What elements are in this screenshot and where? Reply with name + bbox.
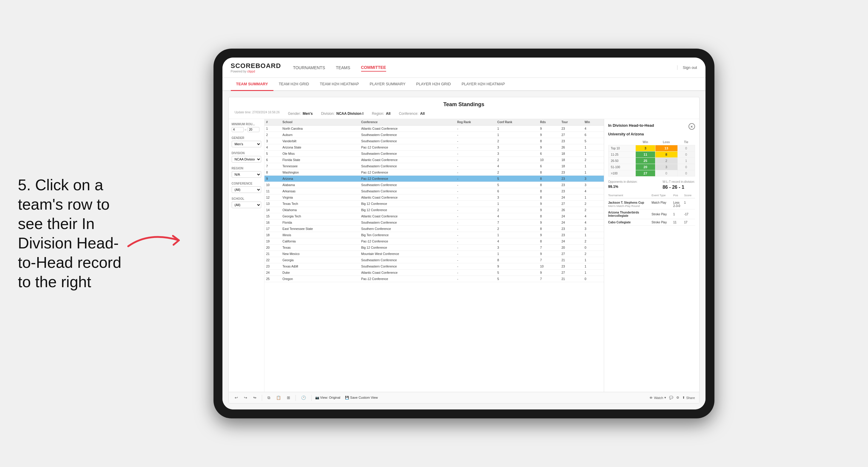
cell-school: Arizona State	[281, 144, 359, 151]
cell-conf-rank: 1	[496, 251, 538, 257]
table-row[interactable]: 7 Tennessee Southeastern Conference - 4 …	[265, 163, 604, 169]
division-group: Division NCAA Division I	[232, 152, 261, 162]
nav-teams[interactable]: TEAMS	[336, 64, 350, 71]
cell-conf-rank: 3	[496, 194, 538, 201]
cell-tour: 24	[560, 213, 583, 219]
clock-button[interactable]: 🕐	[299, 395, 308, 401]
cell-win: 3	[583, 182, 603, 188]
conference-group: Conference (All)	[232, 182, 261, 193]
sign-out-link[interactable]: Sign out	[677, 65, 697, 70]
table-row[interactable]: 2 Auburn Southeastern Conference - 1 9 2…	[265, 132, 604, 138]
logo-powered: Powered by clippd	[231, 70, 281, 73]
cell-reg-rank: -	[455, 207, 496, 213]
cell-num: 2	[265, 132, 281, 138]
cell-win: 2	[583, 207, 603, 213]
h2h-win-col: Win	[636, 139, 655, 145]
cell-rds: 9	[538, 270, 560, 276]
table-row[interactable]: 20 Texas Big 12 Conference - 3 7 20 0	[265, 245, 604, 251]
table-row[interactable]: 13 Texas Tech Big 12 Conference - 1 9 27…	[265, 201, 604, 207]
cell-school: Arizona	[281, 176, 359, 182]
cell-num: 25	[265, 276, 281, 282]
cell-reg-rank: -	[455, 263, 496, 270]
settings-button[interactable]: ⚙	[676, 396, 679, 400]
sub-nav-team-h2h-grid[interactable]: TEAM H2H GRID	[273, 78, 315, 91]
table-row[interactable]: 21 New Mexico Mountain West Conference -…	[265, 251, 604, 257]
share-button[interactable]: ⬆ Share	[682, 396, 695, 400]
cell-conf-rank: 6	[496, 188, 538, 194]
h2h-loss-top10: 13	[655, 145, 678, 152]
h2h-loss-51-100: 3	[655, 164, 678, 170]
table-row[interactable]: 5 Ole Miss Southeastern Conference - 3 6…	[265, 151, 604, 157]
undo-button[interactable]: ↩	[233, 395, 240, 401]
col-num: #	[265, 119, 281, 126]
cell-win: 1	[583, 257, 603, 263]
watch-button[interactable]: 👁 Watch ▾	[649, 396, 666, 400]
table-row[interactable]: 12 Virginia Atlantic Coast Conference - …	[265, 194, 604, 201]
school-select[interactable]: (All)	[232, 201, 261, 208]
table-row[interactable]: 10 Alabama Southeastern Conference - 5 8…	[265, 182, 604, 188]
cell-conference: Atlantic Coast Conference	[359, 194, 455, 201]
table-header-row: # School Conference Reg Rank Conf Rank R…	[265, 119, 604, 126]
col-rds: Rds	[538, 119, 560, 126]
tourn-col-event-type: Event Type	[652, 193, 673, 197]
table-area: # School Conference Reg Rank Conf Rank R…	[265, 119, 604, 392]
cell-school: East Tennessee State	[281, 226, 359, 232]
table-row[interactable]: 9 Arizona Pac-12 Conference - 5 8 23 3	[265, 176, 604, 182]
cell-conference: Atlantic Coast Conference	[359, 270, 455, 276]
redo-button[interactable]: ↪	[242, 395, 249, 401]
nav-committee[interactable]: COMMITTEE	[361, 64, 386, 71]
h2h-range-col	[608, 139, 636, 145]
division-select[interactable]: NCAA Division I	[232, 156, 261, 162]
h2h-close-button[interactable]: ×	[688, 123, 695, 130]
cell-conf-rank: 4	[496, 163, 538, 169]
table-row[interactable]: 1 North Carolina Atlantic Coast Conferen…	[265, 126, 604, 132]
h2h-loss-26-50: 2	[655, 158, 678, 164]
cell-win: 2	[583, 251, 603, 257]
cell-reg-rank: -	[455, 251, 496, 257]
opponents-pct: 99.1%	[608, 185, 638, 189]
table-row[interactable]: 4 Arizona State Pac-12 Conference - 3 9 …	[265, 144, 604, 151]
table-row[interactable]: 11 Arkansas Southeastern Conference - 6 …	[265, 188, 604, 194]
cell-school: Florida	[281, 219, 359, 226]
cell-tour: 27	[560, 270, 583, 276]
min-rounds-input[interactable]	[232, 127, 244, 132]
table-row[interactable]: 25 Oregon Pac-12 Conference - 5 7 21 0	[265, 276, 604, 282]
min-rounds-group: Minimum Rou... –	[232, 123, 261, 132]
standings-table: # School Conference Reg Rank Conf Rank R…	[265, 119, 604, 282]
table-row[interactable]: 8 Washington Pac-12 Conference - 2 8 23 …	[265, 169, 604, 176]
table-row[interactable]: 17 East Tennessee State Southern Confere…	[265, 226, 604, 232]
opponents-row: Opponents in division: 99.1% W-L-T recor…	[608, 180, 695, 190]
sub-nav-player-h2h-grid[interactable]: PLAYER H2H GRID	[411, 78, 456, 91]
region-select[interactable]: N/A	[232, 171, 261, 178]
gender-select[interactable]: Men's	[232, 141, 261, 147]
grid-button[interactable]: ⊞	[285, 395, 292, 401]
nav-tournaments[interactable]: TOURNAMENTS	[293, 64, 325, 71]
table-row[interactable]: 24 Duke Atlantic Coast Conference - 5 9 …	[265, 270, 604, 276]
table-row[interactable]: 22 Georgia Southeastern Conference - 8 7…	[265, 257, 604, 263]
cell-conf-rank: 1	[496, 126, 538, 132]
table-row[interactable]: 14 Oklahoma Big 12 Conference - 2 9 26 2	[265, 207, 604, 213]
table-row[interactable]: 3 Vanderbilt Southeastern Conference - 2…	[265, 138, 604, 144]
sub-nav-player-summary[interactable]: PLAYER SUMMARY	[364, 78, 411, 91]
min-rounds-max-input[interactable]	[247, 127, 259, 132]
table-row[interactable]: 16 Florida Southeastern Conference - 7 9…	[265, 219, 604, 226]
tablet-screen: SCOREBOARD Powered by clippd TOURNAMENTS…	[222, 58, 706, 409]
cell-reg-rank: -	[455, 232, 496, 238]
forward-button[interactable]: ↬	[251, 395, 258, 401]
sub-nav-player-h2h-heatmap[interactable]: PLAYER H2H HEATMAP	[456, 78, 510, 91]
cell-conference: Big 12 Conference	[359, 201, 455, 207]
paste-button[interactable]: 📋	[274, 395, 283, 401]
filter-gender: Gender: Men's	[288, 111, 313, 116]
conference-select[interactable]: (All)	[232, 186, 261, 193]
sub-nav-team-h2h-heatmap[interactable]: TEAM H2H HEATMAP	[314, 78, 364, 91]
comment-button[interactable]: 💬	[669, 396, 673, 400]
cell-tour: 26	[560, 207, 583, 213]
table-row[interactable]: 6 Florida State Atlantic Coast Conferenc…	[265, 157, 604, 163]
table-row[interactable]: 19 California Pac-12 Conference - 4 8 24…	[265, 238, 604, 245]
copy-button[interactable]: ⧉	[266, 395, 272, 401]
tourn-2-pos: 1	[673, 213, 684, 216]
table-row[interactable]: 23 Texas A&M Southeastern Conference - 9…	[265, 263, 604, 270]
table-row[interactable]: 15 Georgia Tech Atlantic Coast Conferenc…	[265, 213, 604, 219]
table-row[interactable]: 18 Illinois Big Ten Conference - 1 9 23 …	[265, 232, 604, 238]
sub-nav-team-summary[interactable]: TEAM SUMMARY	[231, 78, 273, 91]
